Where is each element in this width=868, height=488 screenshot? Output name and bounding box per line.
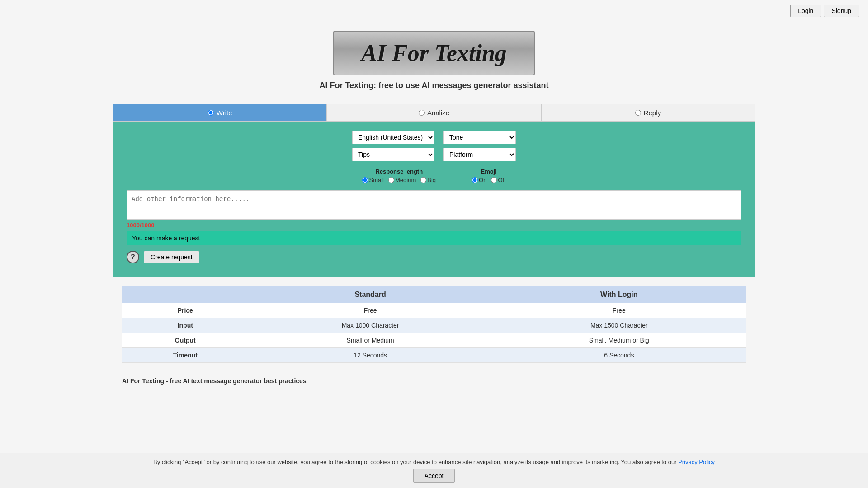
login-button[interactable]: Login — [790, 5, 821, 17]
col-feature-header — [122, 286, 249, 303]
response-length-group: Response length Small Medium Big — [362, 168, 436, 183]
tone-select[interactable]: Tone Formal Informal Friendly Profession… — [443, 131, 516, 144]
signup-button[interactable]: Signup — [824, 5, 859, 17]
tab-analize[interactable]: Analize — [327, 104, 541, 122]
emoji-off-option[interactable]: Off — [491, 177, 505, 183]
size-big-radio[interactable] — [420, 177, 426, 183]
standard-cell: 12 Seconds — [249, 348, 492, 363]
col-standard-header: Standard — [249, 286, 492, 303]
size-small-radio[interactable] — [362, 177, 368, 183]
type-select[interactable]: Tips Question Statement Greeting Reminde… — [352, 148, 434, 161]
main-container: AI For Texting AI For Texting: free to u… — [104, 22, 764, 390]
best-practices-label: AI For Texting - free AI text message ge… — [122, 377, 307, 385]
language-select[interactable]: English (United States) English (UK) Spa… — [352, 131, 434, 144]
standard-cell: Max 1000 Character — [249, 318, 492, 333]
feature-cell: Output — [122, 333, 249, 348]
controls-row: English (United States) English (UK) Spa… — [127, 131, 741, 161]
feature-cell: Price — [122, 303, 249, 318]
additional-info-textarea[interactable] — [127, 191, 741, 218]
tone-platform-group: Tone Formal Informal Friendly Profession… — [443, 131, 516, 161]
emoji-on-label: On — [479, 177, 486, 183]
emoji-options: On Off — [472, 177, 505, 183]
platform-select[interactable]: Platform SMS WhatsApp Email Twitter Inst… — [443, 148, 516, 161]
response-length-options: Small Medium Big — [362, 177, 436, 183]
table-row: Input Max 1000 Character Max 1500 Charac… — [122, 318, 746, 333]
size-big-option[interactable]: Big — [420, 177, 436, 183]
response-length-label: Response length — [375, 168, 423, 175]
comparison-table: Standard With Login Price Free Free Inpu… — [122, 286, 746, 363]
login-cell: Free — [492, 303, 746, 318]
language-group: English (United States) English (UK) Spa… — [352, 131, 434, 161]
size-medium-radio[interactable] — [388, 177, 394, 183]
emoji-on-option[interactable]: On — [472, 177, 486, 183]
header: Login Signup — [0, 0, 868, 22]
size-medium-label: Medium — [395, 177, 416, 183]
status-bar: You can make a request — [127, 231, 741, 245]
emoji-off-label: Off — [498, 177, 505, 183]
textarea-wrapper — [127, 190, 741, 220]
emoji-label: Emoji — [481, 168, 497, 175]
size-small-label: Small — [369, 177, 384, 183]
standard-cell: Free — [249, 303, 492, 318]
table-row: Output Small or Medium Small, Medium or … — [122, 333, 746, 348]
app-subtitle: AI For Texting: free to use AI messages … — [319, 81, 548, 90]
char-counter: 1000/1000 — [127, 222, 741, 229]
login-cell: Small, Medium or Big — [492, 333, 746, 348]
emoji-group: Emoji On Off — [472, 168, 505, 183]
login-cell: Max 1500 Character — [492, 318, 746, 333]
logo-box: AI For Texting — [333, 31, 535, 75]
tab-analize-label: Analize — [427, 109, 449, 117]
app-title: AI For Texting — [361, 40, 507, 66]
teal-section: English (United States) English (UK) Spa… — [113, 122, 755, 277]
feature-cell: Input — [122, 318, 249, 333]
tab-analize-radio[interactable] — [419, 110, 425, 116]
create-request-button[interactable]: Create request — [144, 251, 199, 263]
logo-section: AI For Texting AI For Texting: free to u… — [113, 22, 755, 104]
tab-write-radio[interactable] — [208, 110, 214, 116]
size-medium-option[interactable]: Medium — [388, 177, 416, 183]
emoji-off-radio[interactable] — [491, 177, 497, 183]
col-login-header: With Login — [492, 286, 746, 303]
login-cell: 6 Seconds — [492, 348, 746, 363]
tab-write-label: Write — [217, 109, 232, 117]
size-big-label: Big — [427, 177, 436, 183]
emoji-on-radio[interactable] — [472, 177, 478, 183]
tab-reply-radio[interactable] — [635, 110, 641, 116]
tab-reply-label: Reply — [644, 109, 661, 117]
tab-reply[interactable]: Reply — [541, 104, 755, 122]
tab-write[interactable]: Write — [113, 104, 327, 122]
standard-cell: Small or Medium — [249, 333, 492, 348]
table-row: Price Free Free — [122, 303, 746, 318]
size-small-option[interactable]: Small — [362, 177, 384, 183]
feature-cell: Timeout — [122, 348, 249, 363]
table-row: Timeout 12 Seconds 6 Seconds — [122, 348, 746, 363]
radio-groups-row: Response length Small Medium Big — [127, 168, 741, 183]
action-row: ? Create request — [127, 251, 741, 263]
help-button[interactable]: ? — [127, 251, 139, 263]
tabs-row: Write Analize Reply — [113, 104, 755, 122]
best-practices: AI For Texting - free AI text message ge… — [113, 372, 755, 390]
comparison-section: Standard With Login Price Free Free Inpu… — [113, 277, 755, 372]
